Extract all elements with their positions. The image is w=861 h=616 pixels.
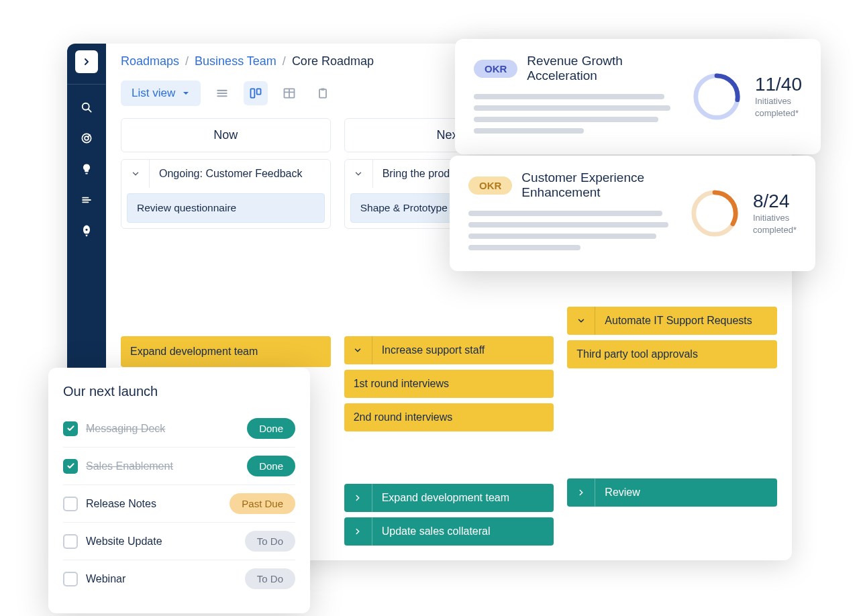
svg-point-0 xyxy=(83,103,89,110)
chevron-down-icon[interactable] xyxy=(345,160,373,188)
progress-ring xyxy=(691,70,743,123)
chevron-right-icon[interactable] xyxy=(344,484,372,512)
progress-sub: completed* xyxy=(753,224,797,236)
column-header: Now xyxy=(121,118,331,152)
okr-card-revenue[interactable]: OKR Revenue Growth Acceleration 11/40 In… xyxy=(455,39,821,154)
okr-badge: OKR xyxy=(468,176,512,195)
skeleton-line xyxy=(474,128,584,134)
card-item[interactable]: Review questionnaire xyxy=(127,193,325,223)
launch-label: Sales Enablement xyxy=(86,460,239,472)
card-item[interactable]: Update sales collateral xyxy=(344,517,554,546)
card-group-yellow: Increase support staff 1st round intervi… xyxy=(344,336,554,431)
launch-label: Release Notes xyxy=(86,498,221,510)
skeleton-line xyxy=(474,117,658,122)
chevron-right-icon[interactable] xyxy=(567,478,595,507)
skeleton-line xyxy=(468,211,662,216)
skeleton-line xyxy=(474,105,670,111)
svg-rect-4 xyxy=(257,89,261,94)
kanban-view-icon[interactable] xyxy=(244,81,268,105)
search-icon[interactable] xyxy=(79,99,95,115)
launch-row: Website UpdateTo Do xyxy=(63,523,295,560)
launch-card: Our next launch Messaging DeckDoneSales … xyxy=(48,368,310,613)
chevron-down-icon[interactable] xyxy=(344,336,372,364)
group-title[interactable]: Ongoing: Customer Feedback xyxy=(150,160,330,188)
okr-title: Revenue Growth Acceleration xyxy=(527,54,674,83)
chevron-right-icon[interactable] xyxy=(344,517,372,546)
app-logo[interactable] xyxy=(75,50,98,73)
skeleton-line xyxy=(468,222,668,227)
launch-row: WebinarTo Do xyxy=(63,560,295,597)
clipboard-icon[interactable] xyxy=(311,81,335,105)
svg-rect-3 xyxy=(251,89,255,97)
progress-ring xyxy=(689,187,741,240)
checkbox[interactable] xyxy=(63,534,78,549)
chevron-down-icon[interactable] xyxy=(121,160,150,188)
card-group-teal: Expand development team Update sales col… xyxy=(344,484,554,546)
chevron-down-icon[interactable] xyxy=(567,307,595,335)
group-title[interactable]: Automate IT Support Requests xyxy=(595,307,777,335)
group-title[interactable]: Expand development team xyxy=(372,484,554,512)
svg-rect-7 xyxy=(321,89,325,91)
status-badge: To Do xyxy=(245,531,295,552)
skeleton-line xyxy=(474,94,664,99)
checkbox[interactable] xyxy=(63,421,78,436)
group-title[interactable]: Increase support staff xyxy=(372,336,554,364)
progress-sub: Initiatives xyxy=(755,95,802,107)
okr-card-experience[interactable]: OKR Customer Experience Enhancement 8/24… xyxy=(450,156,815,271)
breadcrumb-team[interactable]: Business Team xyxy=(195,54,276,68)
list-icon[interactable] xyxy=(79,192,95,208)
target-icon[interactable] xyxy=(79,130,95,146)
list-view-icon[interactable] xyxy=(210,81,234,105)
skeleton-line xyxy=(468,234,656,239)
divider xyxy=(67,84,106,85)
card-item[interactable]: 2nd round interviews xyxy=(344,403,554,431)
breadcrumb-root[interactable]: Roadmaps xyxy=(121,54,179,68)
rocket-icon[interactable] xyxy=(79,223,95,239)
launch-row: Messaging DeckDone xyxy=(63,410,295,448)
card-item-label: Update sales collateral xyxy=(372,517,500,546)
card-item[interactable]: Third party tool approvals xyxy=(567,340,777,368)
checkbox[interactable] xyxy=(63,459,78,474)
okr-badge: OKR xyxy=(474,60,517,78)
status-badge: Done xyxy=(247,456,295,476)
progress-sub: Initiatives xyxy=(753,212,797,224)
group-title[interactable]: Review xyxy=(595,478,777,507)
status-badge: Done xyxy=(247,418,295,439)
bulb-icon[interactable] xyxy=(79,161,95,177)
card-group-blue: Ongoing: Customer Feedback Review questi… xyxy=(121,159,331,229)
skeleton-line xyxy=(468,245,580,250)
status-badge: To Do xyxy=(245,568,295,589)
okr-title: Customer Experience Enhancement xyxy=(521,170,672,200)
status-badge: Past Due xyxy=(230,493,295,514)
progress-sub: completed* xyxy=(755,107,802,119)
progress-number: 11/40 xyxy=(755,74,802,95)
launch-label: Webinar xyxy=(86,573,237,585)
launch-row: Release NotesPast Due xyxy=(63,485,295,523)
view-selector[interactable]: List view xyxy=(121,81,201,106)
launch-label: Website Update xyxy=(86,535,237,548)
checkbox[interactable] xyxy=(63,572,78,586)
table-view-icon[interactable] xyxy=(277,81,301,105)
card-item[interactable]: 1st round interviews xyxy=(344,370,554,398)
launch-row: Sales EnablementDone xyxy=(63,448,295,485)
card-item-yellow[interactable]: Expand development team xyxy=(121,336,331,367)
view-label: List view xyxy=(132,87,175,100)
launch-title: Our next launch xyxy=(63,384,295,399)
card-group-teal: Review xyxy=(567,478,777,507)
progress-number: 8/24 xyxy=(753,191,797,212)
checkbox[interactable] xyxy=(63,497,78,511)
card-group-yellow: Automate IT Support Requests Third party… xyxy=(567,307,777,368)
launch-label: Messaging Deck xyxy=(86,423,239,435)
svg-rect-6 xyxy=(319,89,326,98)
breadcrumb-current: Core Roadmap xyxy=(292,54,374,68)
